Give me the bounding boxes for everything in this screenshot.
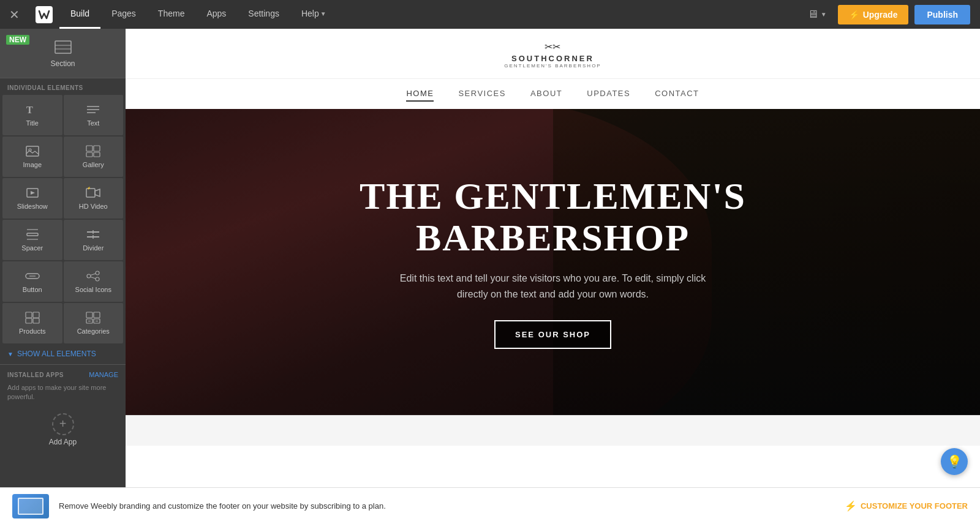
main-layout: NEW Section INDIVIDUAL ELEMENTS T Title — [0, 29, 980, 524]
svg-point-30 — [96, 277, 99, 281]
hero-title: THE GENTLEMEN'S BARBERSHOP — [360, 175, 746, 258]
text-element[interactable]: Text — [64, 95, 124, 135]
svg-rect-1 — [55, 41, 71, 53]
site-header: ✂✂ SOUTHCORNER GENTLEMEN'S BARBERSHOP HO… — [126, 29, 980, 109]
hd-video-element[interactable]: ⚡ HD Video — [64, 178, 124, 219]
apps-description: Add apps to make your site more powerful… — [7, 383, 118, 402]
nav-item-help[interactable]: Help ▼ — [290, 0, 337, 29]
bolt-icon: ⚡ — [849, 10, 859, 20]
show-all-elements-button[interactable]: ▼ SHOW ALL ELEMENTS — [0, 343, 104, 364]
svg-line-32 — [91, 277, 96, 279]
nav-item-pages[interactable]: Pages — [100, 0, 147, 29]
gallery-icon — [86, 145, 100, 157]
svg-rect-34 — [33, 312, 39, 318]
categories-element[interactable]: Categories — [64, 303, 124, 343]
site-nav-contact[interactable]: CONTACT — [655, 86, 699, 102]
site-nav-services[interactable]: SERVICES — [458, 86, 506, 102]
help-button[interactable]: 💡 — [941, 448, 968, 475]
svg-rect-11 — [94, 146, 100, 151]
site-nav-about[interactable]: ABOUT — [530, 86, 562, 102]
svg-text:⚡: ⚡ — [87, 187, 91, 190]
site-nav-home[interactable]: HOME — [406, 86, 434, 102]
device-selector[interactable]: 🖥 ▼ — [802, 8, 832, 21]
svg-rect-38 — [94, 312, 100, 318]
video-icon: ⚡ — [86, 187, 100, 199]
svg-point-28 — [87, 274, 91, 278]
products-icon — [25, 312, 40, 324]
lightbulb-icon: 💡 — [947, 454, 962, 469]
elements-label: INDIVIDUAL ELEMENTS — [0, 78, 126, 95]
site-navigation: HOME SERVICES ABOUT UPDATES CONTACT — [126, 78, 980, 109]
image-element[interactable]: Image — [2, 137, 62, 177]
nav-items: Build Pages Theme Apps Settings Help ▼ — [59, 0, 802, 29]
section-icon — [55, 39, 72, 56]
customize-footer-link[interactable]: ⚡ CUSTOMIZE YOUR FOOTER — [845, 500, 968, 512]
scissors-icon: ✂✂ — [504, 41, 601, 53]
title-element[interactable]: T Title — [2, 95, 62, 135]
nav-item-settings[interactable]: Settings — [237, 0, 290, 29]
top-navigation: ✕ Build Pages Theme Apps Settings Help ▼… — [0, 0, 980, 29]
weebly-logo — [29, 0, 59, 29]
footer-strip — [126, 415, 980, 446]
spacer-icon — [25, 228, 40, 241]
svg-rect-16 — [86, 189, 95, 197]
svg-marker-17 — [95, 189, 100, 196]
hero-section: THE GENTLEMEN'S BARBERSHOP Edit this tex… — [126, 109, 980, 415]
svg-rect-36 — [33, 318, 39, 323]
button-icon — [25, 270, 40, 282]
svg-rect-12 — [86, 152, 92, 157]
bottom-banner: Remove Weebly branding and customize the… — [0, 487, 980, 524]
gallery-element[interactable]: Gallery — [64, 137, 124, 177]
nav-item-apps[interactable]: Apps — [195, 0, 237, 29]
banner-text: Remove Weebly branding and customize the… — [59, 501, 835, 511]
close-button[interactable]: ✕ — [0, 0, 29, 29]
installed-apps-header: INSTALLED APPS MANAGE — [7, 371, 118, 378]
categories-icon — [86, 312, 100, 324]
site-nav-updates[interactable]: UPDATES — [587, 86, 630, 102]
manage-apps-link[interactable]: MANAGE — [89, 371, 118, 378]
svg-point-29 — [96, 271, 99, 275]
social-icon — [86, 270, 100, 282]
slideshow-element[interactable]: Slideshow — [2, 178, 62, 219]
logo-text: SOUTHCORNER — [504, 54, 601, 63]
title-icon: T — [25, 103, 40, 116]
social-icons-element[interactable]: Social Icons — [64, 261, 124, 302]
publish-button[interactable]: Publish — [914, 5, 970, 24]
svg-line-31 — [91, 274, 96, 275]
button-element[interactable]: Button — [2, 261, 62, 302]
canvas-area[interactable]: ✂✂ SOUTHCORNER GENTLEMEN'S BARBERSHOP HO… — [126, 29, 980, 524]
weebly-banner-icon — [12, 494, 49, 518]
add-app-icon: + — [52, 413, 74, 435]
image-icon — [25, 145, 40, 157]
nav-item-theme[interactable]: Theme — [147, 0, 196, 29]
spacer-element[interactable]: Spacer — [2, 220, 62, 260]
upgrade-button[interactable]: ⚡ Upgrade — [838, 5, 909, 24]
hero-content: THE GENTLEMEN'S BARBERSHOP Edit this tex… — [126, 109, 980, 415]
svg-rect-13 — [94, 152, 100, 157]
svg-rect-37 — [86, 312, 92, 318]
nav-item-build[interactable]: Build — [59, 0, 100, 29]
products-element[interactable]: Products — [2, 303, 62, 343]
installed-apps-section: INSTALLED APPS MANAGE Add apps to make y… — [0, 364, 126, 457]
add-app-button[interactable]: + Add App — [7, 408, 118, 451]
divider-element[interactable]: Divider — [64, 220, 124, 260]
section-element-button[interactable]: NEW Section — [0, 29, 126, 78]
text-icon — [86, 103, 100, 116]
new-badge: NEW — [6, 35, 29, 45]
banner-icon-inner — [18, 498, 43, 515]
hero-cta-button[interactable]: SEE OUR SHOP — [494, 320, 611, 349]
svg-rect-8 — [26, 146, 39, 156]
bolt-icon: ⚡ — [845, 500, 857, 512]
slideshow-icon — [25, 187, 40, 199]
elements-grid: T Title Text Image — [0, 95, 126, 343]
sidebar: NEW Section INDIVIDUAL ELEMENTS T Title — [0, 29, 126, 524]
hero-subtitle: Edit this text and tell your site visito… — [400, 271, 706, 302]
site-logo: ✂✂ SOUTHCORNER GENTLEMEN'S BARBERSHOP — [504, 41, 601, 69]
svg-text:T: T — [26, 105, 33, 115]
top-nav-right: 🖥 ▼ ⚡ Upgrade Publish — [802, 5, 970, 24]
svg-rect-35 — [26, 318, 32, 323]
logo-subtext: GENTLEMEN'S BARBERSHOP — [504, 63, 601, 69]
installed-apps-title: INSTALLED APPS — [7, 372, 64, 378]
svg-rect-19 — [27, 233, 38, 236]
svg-rect-10 — [86, 146, 92, 151]
